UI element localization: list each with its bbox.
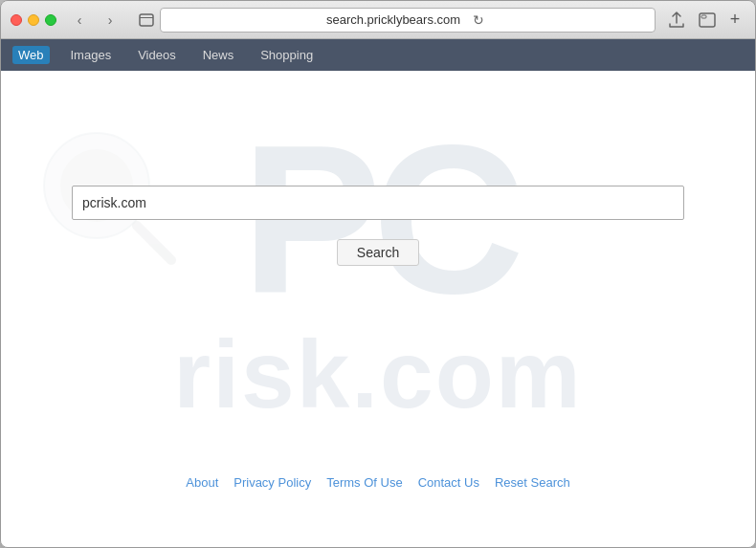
new-tab-button[interactable]: [694, 10, 721, 31]
watermark-risk-text: risk.com: [173, 319, 582, 429]
footer-link-reset[interactable]: Reset Search: [495, 475, 570, 490]
svg-rect-0: [140, 14, 153, 26]
footer-link-privacy[interactable]: Privacy Policy: [233, 475, 311, 490]
close-button[interactable]: [11, 14, 22, 26]
search-button[interactable]: Search: [337, 239, 419, 266]
add-tab-icon-button[interactable]: +: [724, 10, 745, 31]
search-area: Search: [1, 71, 755, 266]
address-bar[interactable]: search.pricklybears.com ↻: [160, 8, 656, 33]
footer-link-about[interactable]: About: [186, 475, 218, 490]
tab-shopping[interactable]: Shopping: [255, 46, 319, 64]
reload-button[interactable]: ↻: [468, 10, 489, 31]
footer-links: About Privacy Policy Terms Of Use Contac…: [1, 475, 755, 490]
address-bar-container: search.pricklybears.com ↻: [160, 8, 656, 33]
search-input[interactable]: [72, 186, 684, 220]
minimize-button[interactable]: [28, 14, 39, 26]
share-button[interactable]: [663, 10, 690, 31]
nav-buttons: ‹ ›: [66, 10, 123, 31]
url-text: search.pricklybears.com: [326, 12, 460, 27]
forward-button[interactable]: ›: [97, 10, 123, 31]
tab-videos[interactable]: Videos: [132, 46, 182, 64]
browser-window: ‹ › search.pricklybears.com ↻: [0, 0, 756, 548]
back-button[interactable]: ‹: [66, 10, 93, 31]
tab-overview-button[interactable]: [133, 10, 160, 31]
maximize-button[interactable]: [45, 14, 56, 26]
traffic-lights: [11, 14, 56, 26]
toolbar-right: +: [663, 10, 745, 31]
tab-news[interactable]: News: [197, 46, 240, 64]
tab-web[interactable]: Web: [12, 46, 50, 64]
search-input-wrapper: [72, 186, 684, 220]
svg-rect-3: [701, 15, 706, 18]
browser-content: PC risk.com Search About Privacy Policy …: [1, 71, 755, 547]
tab-bar: Web Images Videos News Shopping: [1, 39, 755, 71]
title-bar: ‹ › search.pricklybears.com ↻: [1, 1, 755, 39]
footer-link-terms[interactable]: Terms Of Use: [326, 475, 402, 490]
footer-link-contact[interactable]: Contact Us: [418, 475, 479, 490]
tab-images[interactable]: Images: [65, 46, 118, 64]
